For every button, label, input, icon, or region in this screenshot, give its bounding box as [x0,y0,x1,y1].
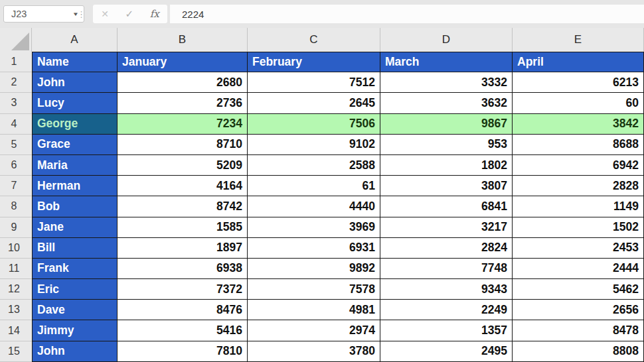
cell-B2[interactable]: 2680 [118,72,248,93]
cell-B4[interactable]: 7234 [118,114,248,135]
cell-C7[interactable]: 61 [248,176,380,196]
column-header-D[interactable]: D [380,28,513,52]
cell-A2[interactable]: John [32,72,118,93]
cell-B15[interactable]: 7810 [118,341,248,362]
cell-C15[interactable]: 3780 [248,341,380,362]
row-header-13[interactable]: 13 [0,300,32,320]
cell-E9[interactable]: 1502 [513,217,644,238]
enter-icon[interactable]: ✓ [125,8,134,20]
cell-E6[interactable]: 6942 [513,155,644,176]
cell-A1[interactable]: Name [32,52,118,72]
cell-B5[interactable]: 8710 [118,135,248,155]
cell-A13[interactable]: Dave [32,300,118,320]
cell-D2[interactable]: 3332 [380,72,513,93]
cell-C10[interactable]: 6931 [248,238,380,259]
cell-E12[interactable]: 5462 [513,279,644,300]
cell-A9[interactable]: Jane [32,217,118,238]
cell-E10[interactable]: 2453 [513,238,644,259]
cell-C11[interactable]: 9892 [248,259,380,279]
cell-C6[interactable]: 2588 [248,155,380,176]
cell-D5[interactable]: 953 [380,135,513,155]
cell-B8[interactable]: 8742 [118,196,248,217]
cell-B6[interactable]: 5209 [118,155,248,176]
cell-B3[interactable]: 2736 [118,93,248,113]
cell-E13[interactable]: 2656 [513,300,644,320]
row-header-5[interactable]: 5 [0,135,32,155]
cell-B11[interactable]: 6938 [118,259,248,279]
cell-C14[interactable]: 2974 [248,320,380,341]
row-header-3[interactable]: 3 [0,93,32,113]
row-header-1[interactable]: 1 [0,52,32,72]
row-header-12[interactable]: 12 [0,279,32,300]
cell-D13[interactable]: 2249 [380,300,513,320]
cell-E4[interactable]: 3842 [513,114,644,135]
row-header-11[interactable]: 11 [0,259,32,279]
cell-D9[interactable]: 3217 [380,217,513,238]
cell-A8[interactable]: Bob [32,196,118,217]
cell-D8[interactable]: 6841 [380,196,513,217]
cell-D12[interactable]: 9343 [380,279,513,300]
cell-A7[interactable]: Herman [32,176,118,196]
row-header-2[interactable]: 2 [0,72,32,93]
cancel-icon[interactable]: ✕ [101,9,109,19]
cell-E3[interactable]: 60 [513,93,644,113]
cell-C5[interactable]: 9102 [248,135,380,155]
cell-E11[interactable]: 2444 [513,259,644,279]
cell-E2[interactable]: 6213 [513,72,644,93]
name-box[interactable]: J23 ▼ [3,5,84,23]
insert-function-icon[interactable]: fx [150,8,159,20]
row-header-4[interactable]: 4 [0,114,32,135]
row-header-14[interactable]: 14 [0,320,32,341]
cell-A14[interactable]: Jimmy [32,320,118,341]
cell-B1[interactable]: January [118,52,248,72]
cell-A11[interactable]: Frank [32,259,118,279]
cell-E8[interactable]: 1149 [513,196,644,217]
row-header-9[interactable]: 9 [0,217,32,238]
row-header-15[interactable]: 15 [0,341,32,362]
cell-D15[interactable]: 2495 [380,341,513,362]
cell-D3[interactable]: 3632 [380,93,513,113]
cell-B12[interactable]: 7372 [118,279,248,300]
column-header-A[interactable]: A [32,28,118,52]
cell-A3[interactable]: Lucy [32,93,118,113]
cell-C8[interactable]: 4440 [248,196,380,217]
cell-A4[interactable]: George [32,114,118,135]
cell-E15[interactable]: 8808 [513,341,644,362]
row-header-7[interactable]: 7 [0,176,32,196]
cell-A5[interactable]: Grace [32,135,118,155]
cell-D7[interactable]: 3807 [380,176,513,196]
cell-A6[interactable]: Maria [32,155,118,176]
column-header-C[interactable]: C [248,28,380,52]
cell-D4[interactable]: 9867 [380,114,513,135]
cell-E5[interactable]: 8688 [513,135,644,155]
formula-bar[interactable]: 2224 [170,5,644,23]
cell-C2[interactable]: 7512 [248,72,380,93]
cell-D14[interactable]: 1357 [380,320,513,341]
cell-A10[interactable]: Bill [32,238,118,259]
cell-B10[interactable]: 1897 [118,238,248,259]
row-header-8[interactable]: 8 [0,196,32,217]
row-header-10[interactable]: 10 [0,238,32,259]
cell-B13[interactable]: 8476 [118,300,248,320]
cell-B7[interactable]: 4164 [118,176,248,196]
cell-D1[interactable]: March [380,52,513,72]
cell-C3[interactable]: 2645 [248,93,380,113]
column-header-E[interactable]: E [513,28,644,52]
cell-A15[interactable]: John [32,341,118,362]
column-header-B[interactable]: B [118,28,248,52]
cell-B9[interactable]: 1585 [118,217,248,238]
cell-C4[interactable]: 7506 [248,114,380,135]
select-all-corner[interactable] [0,28,32,52]
cell-C12[interactable]: 7578 [248,279,380,300]
cell-D10[interactable]: 2824 [380,238,513,259]
cell-D6[interactable]: 1802 [380,155,513,176]
cell-E7[interactable]: 2828 [513,176,644,196]
cell-C9[interactable]: 3969 [248,217,380,238]
cell-C13[interactable]: 4981 [248,300,380,320]
cell-E14[interactable]: 8478 [513,320,644,341]
cell-A12[interactable]: Eric [32,279,118,300]
cell-D11[interactable]: 7748 [380,259,513,279]
row-header-6[interactable]: 6 [0,155,32,176]
cell-B14[interactable]: 5416 [118,320,248,341]
cell-E1[interactable]: April [513,52,644,72]
